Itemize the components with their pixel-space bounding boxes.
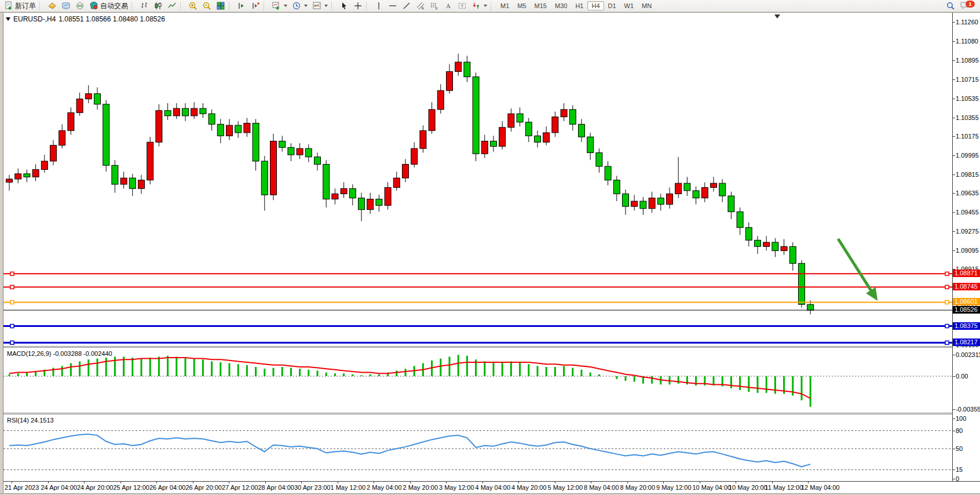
ohlc-values: 1.08551 1.08566 1.08480 1.08526 [58,15,165,23]
time-axis-tick [736,481,736,483]
symbol-period-label: EURUSD-,H4 [13,15,56,23]
mt4-terminal: { "toolbar": { "new_order_label": "新订单",… [0,0,980,495]
macd-label: MACD(12,26,9) -0.003288 -0.002440 [7,350,112,357]
time-axis-tick [518,481,519,483]
time-axis-label: 25 Apr 12:00 [114,484,149,491]
time-axis-label: 8 May 04:00 [584,484,619,491]
time-axis-label: 3 May 12:00 [439,484,474,491]
time-axis-tick [808,481,809,483]
time-axis-label: 27 Apr 12:00 [222,484,258,491]
time-axis-label: 4 May 04:00 [476,484,511,491]
time-axis-tick [12,481,12,483]
time-axis-label: 10 May 20:00 [729,484,767,491]
time-axis-tick [120,481,121,483]
time-axis-label: 11 May 12:00 [765,484,803,491]
time-axis-label: 2 May 04:00 [367,484,402,491]
time-axis-label: 30 Apr 23:00 [294,484,330,491]
time-axis-tick [229,481,229,483]
time-axis-label: 9 May 12:00 [656,484,692,491]
time-axis-label: 10 May 04:00 [693,484,732,491]
window-menu-caret-icon[interactable] [6,17,10,21]
time-axis-tick [700,481,700,483]
time-axis-label: 24 Apr 20:00 [77,484,113,491]
time-axis-tick [482,481,483,483]
time-axis-tick [555,481,555,483]
time-axis-tick [772,481,773,483]
time-axis-label: 8 May 20:00 [620,484,656,491]
time-axis-label: 1 May 12:00 [331,484,366,491]
time-axis-tick [627,481,628,483]
time-axis-label: 26 Apr 20:00 [186,484,222,491]
time-axis-label: 2 May 20:00 [403,484,438,491]
rsi-label: RSI(14) 24.1513 [7,417,54,424]
time-axis-tick [84,481,85,483]
time-axis-label: 5 May 12:00 [548,484,583,491]
time-axis-label: 28 Apr 04:00 [258,484,294,491]
time-axis-tick [663,481,664,483]
time-axis-tick [301,481,302,483]
time-axis[interactable]: 21 Apr 202324 Apr 04:0024 Apr 20:0025 Ap… [0,0,980,495]
chart-title: EURUSD-,H4 1.08551 1.08566 1.08480 1.085… [6,15,165,23]
time-axis-tick [265,481,266,483]
time-axis-tick [338,481,338,483]
time-axis-label: 26 Apr 04:00 [149,484,185,491]
time-axis-label: 24 Apr 04:00 [41,484,77,491]
time-axis-label: 4 May 20:00 [511,484,547,491]
time-axis-label: 21 Apr 2023 [5,484,39,491]
time-axis-tick [48,481,49,483]
time-axis-tick [374,481,374,483]
time-axis-tick [193,481,193,483]
time-axis-label: 12 May 04:00 [801,484,840,491]
time-axis-tick [591,481,591,483]
time-axis-tick [156,481,157,483]
time-axis-tick [410,481,411,483]
time-axis-tick [446,481,447,483]
